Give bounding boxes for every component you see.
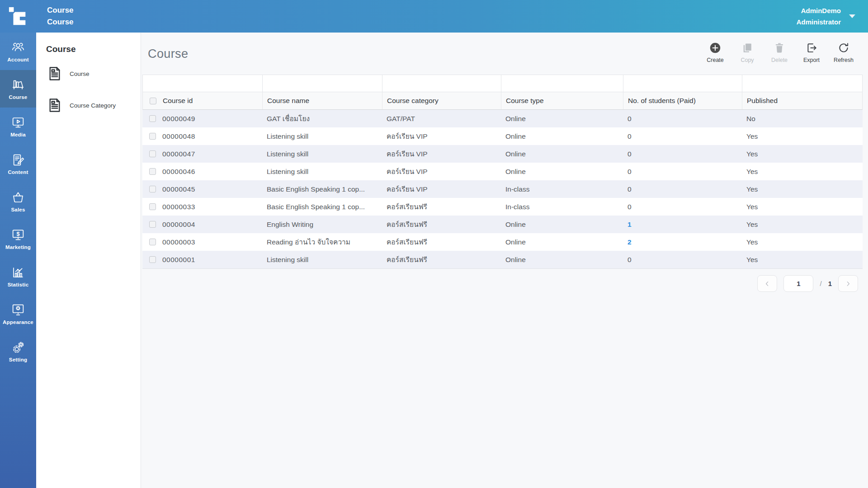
sidebar-item-content[interactable]: Content (0, 145, 36, 183)
filter-input-course-type[interactable] (501, 75, 623, 92)
toolbar-button-label: Copy (741, 57, 754, 63)
row-checkbox[interactable] (149, 256, 156, 263)
table-row[interactable]: 00000003Reading อ่านไว จับใจความคอร์สเรี… (142, 233, 863, 251)
cell-students: 0 (623, 251, 742, 268)
pagination: / 1 (142, 269, 863, 292)
document-icon (46, 97, 63, 114)
prev-page-button[interactable] (757, 275, 777, 292)
filter-input-course-category[interactable] (382, 75, 501, 92)
sidebar-item-label: Media (10, 132, 26, 137)
page-input[interactable] (783, 275, 813, 292)
column-header-course-name[interactable]: Course name (263, 92, 382, 109)
row-checkbox[interactable] (149, 133, 156, 140)
submenu-item-course[interactable]: Course (36, 58, 141, 89)
sidebar-item-course[interactable]: Course (0, 70, 36, 108)
cell-published: Yes (742, 216, 863, 233)
refresh-icon (837, 42, 850, 54)
cell-course-category: คอร์เรียน VIP (382, 145, 501, 163)
cell-course-type: In-class (501, 180, 623, 198)
submenu-item-course-category[interactable]: Course Category (36, 89, 141, 121)
table-row[interactable]: 00000004English Writingคอร์สเรียนฟรีOnli… (142, 216, 863, 233)
cell-course-id: 00000046 (158, 163, 262, 180)
table-row[interactable]: 00000001Listening skillคอร์สเรียนฟรีOnli… (142, 251, 863, 268)
cell-published: Yes (742, 180, 863, 198)
cell-course-category: คอร์สเรียนฟรี (382, 198, 501, 216)
sidebar-item-setting[interactable]: Setting (0, 333, 36, 370)
cell-published: Yes (742, 163, 863, 180)
top-header: Course Course AdminDemo Administrator (0, 0, 868, 33)
select-all-checkbox[interactable] (150, 98, 156, 104)
cell-course-id: 00000001 (158, 251, 262, 268)
user-menu[interactable]: AdminDemo Administrator (797, 5, 868, 28)
export-button[interactable]: Export (798, 40, 825, 63)
cell-course-type: Online (501, 216, 623, 233)
submenu-item-label: Course Category (70, 102, 116, 109)
cell-course-id: 00000033 (158, 198, 262, 216)
chart-icon (11, 265, 25, 280)
row-checkbox[interactable] (149, 203, 156, 210)
table-body: 00000049GAT เชื่อมโยงGAT/PATOnline0No000… (142, 110, 863, 268)
cell-course-category: GAT/PAT (382, 110, 501, 127)
cell-course-type: Online (501, 163, 623, 180)
column-header-no-of-students-paid[interactable]: No. of students (Paid) (623, 92, 742, 109)
cell-course-name: Listening skill (262, 145, 382, 163)
filter-input-no-of-students-paid[interactable] (623, 75, 742, 92)
filter-cell-course-type (501, 75, 623, 92)
table-row[interactable]: 00000045Basic English Speaking 1 cop...ค… (142, 180, 863, 198)
cell-students[interactable]: 2 (623, 233, 742, 251)
create-button[interactable]: Create (702, 40, 728, 63)
column-header-course-type[interactable]: Course type (501, 92, 623, 109)
cell-students: 0 (623, 163, 742, 180)
row-checkbox[interactable] (149, 150, 156, 157)
column-header-published[interactable]: Published (742, 92, 863, 109)
cell-course-type: In-class (501, 198, 623, 216)
submenu-title: Course (36, 33, 141, 58)
cell-course-name: Reading อ่านไว จับใจความ (262, 233, 382, 251)
sidebar-item-appearance[interactable]: Appearance (0, 295, 36, 333)
cell-course-type: Online (501, 145, 623, 163)
cell-course-id: 00000004 (158, 216, 262, 233)
row-checkbox[interactable] (149, 115, 156, 122)
cell-course-type: Online (501, 251, 623, 268)
sidebar-item-account[interactable]: Account (0, 33, 36, 70)
table-row[interactable]: 00000047Listening skillคอร์เรียน VIPOnli… (142, 145, 863, 163)
column-header-course-category[interactable]: Course category (382, 92, 501, 109)
sidebar-item-label: Appearance (3, 319, 33, 325)
cell-students[interactable]: 1 (623, 216, 742, 233)
row-checkbox[interactable] (149, 168, 156, 175)
row-checkbox[interactable] (149, 239, 156, 245)
filter-input-published[interactable] (742, 75, 863, 92)
submenu-panel: Course CourseCourse Category (36, 33, 141, 488)
column-header-course-id[interactable]: Course id (158, 92, 263, 109)
sidebar-item-media[interactable]: Media (0, 108, 36, 145)
sidebar-item-marketing[interactable]: $Marketing (0, 220, 36, 258)
svg-text:$: $ (16, 231, 19, 237)
filter-input-course-name[interactable] (263, 75, 382, 92)
table-row[interactable]: 00000033Basic English Speaking 1 cop...ค… (142, 198, 863, 216)
app-logo[interactable] (0, 0, 36, 33)
toolbar-button-label: Delete (771, 57, 788, 63)
table-row[interactable]: 00000046Listening skillคอร์เรียน VIPOnli… (142, 163, 863, 180)
delete-button: Delete (766, 40, 793, 63)
cell-course-type: Online (501, 233, 623, 251)
sidebar-item-label: Setting (9, 357, 27, 362)
cell-published: No (742, 110, 863, 127)
cell-students: 0 (623, 198, 742, 216)
next-page-button[interactable] (838, 275, 858, 292)
basket-icon (11, 190, 25, 205)
plus-circle-icon (709, 42, 722, 54)
filter-input-course-id[interactable] (143, 75, 262, 92)
breadcrumb-module: Course (47, 5, 74, 16)
cell-published: Yes (742, 127, 863, 145)
sidebar-item-sales[interactable]: Sales (0, 183, 36, 220)
toolbar-button-label: Export (803, 57, 820, 63)
table-row[interactable]: 00000048Listening skillคอร์เรียน VIPOnli… (142, 127, 863, 145)
row-checkbox[interactable] (149, 186, 156, 192)
sidebar-item-label: Statistic (8, 282, 29, 287)
sidebar-item-label: Marketing (5, 244, 31, 250)
sidebar-item-statistic[interactable]: Statistic (0, 258, 36, 295)
row-checkbox[interactable] (149, 221, 156, 228)
cell-students: 0 (623, 110, 742, 127)
refresh-button[interactable]: Refresh (830, 40, 857, 63)
table-row[interactable]: 00000049GAT เชื่อมโยงGAT/PATOnline0No (142, 110, 863, 127)
